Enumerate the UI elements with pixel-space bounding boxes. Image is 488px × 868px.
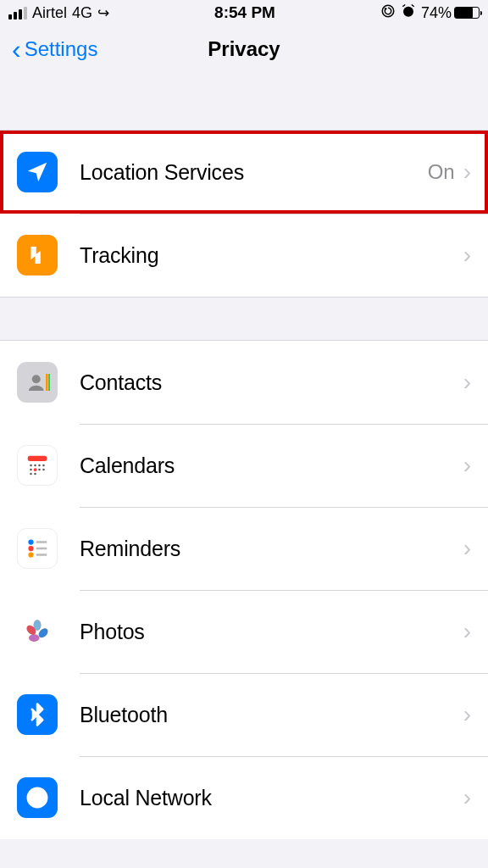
page-title: Privacy <box>208 37 280 61</box>
svg-point-1 <box>403 7 413 17</box>
calendar-icon <box>17 445 58 486</box>
alarm-icon <box>401 3 416 22</box>
settings-group-2: Contacts › Calendars › Reminders › Photo… <box>0 341 488 839</box>
row-calendars[interactable]: Calendars › <box>0 424 488 507</box>
svg-point-15 <box>34 473 36 476</box>
back-button[interactable]: ‹ Settings <box>12 36 97 63</box>
svg-rect-21 <box>36 554 47 556</box>
row-label: Reminders <box>80 537 463 561</box>
chevron-right-icon: › <box>463 535 471 562</box>
status-bar: Airtel 4G ↪ 8:54 PM 74% <box>0 0 488 25</box>
row-contacts[interactable]: Contacts › <box>0 341 488 424</box>
svg-rect-17 <box>36 541 47 543</box>
row-label: Bluetooth <box>80 703 463 727</box>
call-forward-icon: ↪ <box>97 4 109 22</box>
row-value: On <box>428 160 455 184</box>
svg-point-11 <box>34 468 37 471</box>
nav-bar: ‹ Settings Privacy <box>0 25 488 73</box>
signal-icon <box>8 7 27 19</box>
row-local-network[interactable]: Local Network › <box>0 756 488 839</box>
chevron-right-icon: › <box>463 369 471 396</box>
svg-point-2 <box>32 375 41 383</box>
chevron-right-icon: › <box>463 618 471 645</box>
chevron-right-icon: › <box>463 452 471 479</box>
carrier-label: Airtel <box>32 4 67 22</box>
chevron-right-icon: › <box>463 784 471 811</box>
globe-icon <box>17 777 58 818</box>
svg-point-13 <box>42 469 45 471</box>
chevron-right-icon: › <box>463 701 471 728</box>
row-label: Tracking <box>80 243 463 268</box>
row-bluetooth[interactable]: Bluetooth › <box>0 673 488 756</box>
row-label: Contacts <box>80 370 463 395</box>
svg-point-8 <box>38 465 41 467</box>
svg-point-10 <box>30 469 32 471</box>
svg-point-14 <box>30 473 32 476</box>
svg-rect-5 <box>28 456 47 461</box>
chevron-right-icon: › <box>463 242 471 269</box>
battery-pct: 74% <box>421 4 452 22</box>
chevron-left-icon: ‹ <box>12 36 21 63</box>
svg-rect-4 <box>48 374 50 391</box>
row-label: Local Network <box>80 786 463 810</box>
row-tracking[interactable]: Tracking › <box>0 214 488 297</box>
contacts-icon <box>17 362 58 403</box>
tracking-icon <box>17 235 58 275</box>
bluetooth-icon <box>17 694 58 735</box>
back-label: Settings <box>25 37 98 61</box>
network-label: 4G <box>72 4 92 22</box>
svg-point-20 <box>28 552 33 557</box>
svg-point-18 <box>28 546 33 551</box>
rotation-lock-icon <box>380 3 396 22</box>
row-label: Calendars <box>80 453 463 478</box>
svg-point-12 <box>38 469 41 471</box>
svg-point-6 <box>30 465 32 467</box>
svg-rect-19 <box>36 548 47 550</box>
location-icon <box>17 152 58 192</box>
svg-point-0 <box>382 5 394 17</box>
battery-icon <box>454 7 480 19</box>
chevron-right-icon: › <box>463 159 471 186</box>
photos-icon <box>17 611 58 652</box>
clock: 8:54 PM <box>214 3 275 22</box>
row-reminders[interactable]: Reminders › <box>0 507 488 590</box>
svg-rect-3 <box>46 374 48 391</box>
svg-point-16 <box>28 539 33 544</box>
row-photos[interactable]: Photos › <box>0 590 488 673</box>
reminders-icon <box>17 528 58 569</box>
settings-group-1: Location Services On › Tracking › <box>0 131 488 297</box>
row-label: Photos <box>80 620 463 644</box>
svg-point-28 <box>29 634 40 642</box>
svg-point-7 <box>34 465 36 467</box>
row-location-services[interactable]: Location Services On › <box>0 131 488 214</box>
row-label: Location Services <box>80 160 428 185</box>
svg-point-9 <box>42 465 45 467</box>
